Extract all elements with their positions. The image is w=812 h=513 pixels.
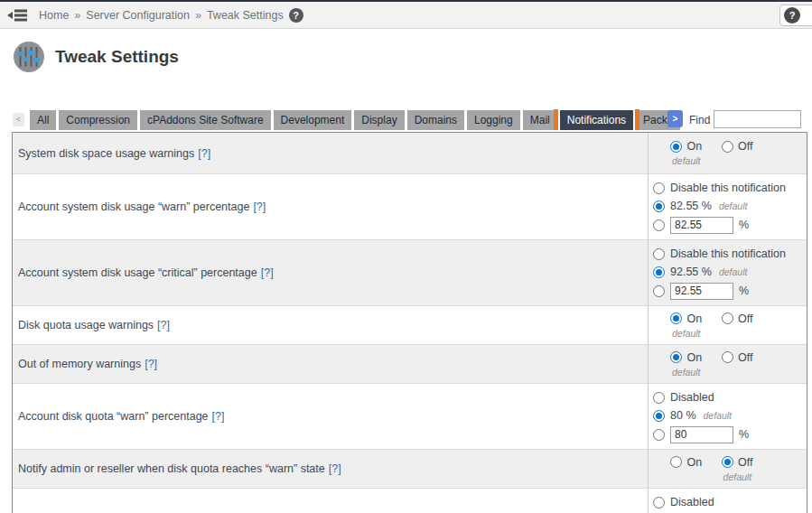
radio-disable-option[interactable] bbox=[653, 497, 665, 508]
tab-logging[interactable]: Logging bbox=[467, 110, 520, 130]
setting-help-link[interactable]: [?] bbox=[212, 410, 225, 423]
setting-help-link[interactable]: [?] bbox=[198, 147, 210, 160]
setting-label: Account system disk usage “critical” per… bbox=[18, 266, 257, 279]
tab-label: cPAddons Site Software bbox=[147, 114, 264, 126]
disable-option-label: Disabled bbox=[670, 391, 714, 404]
menu-collapse-button[interactable] bbox=[7, 7, 31, 23]
percent-unit-label: % bbox=[739, 284, 749, 297]
radio-default-option[interactable] bbox=[653, 201, 665, 212]
radio-off[interactable] bbox=[722, 141, 733, 153]
option-off: Off bbox=[722, 312, 752, 339]
radio-option-label: On bbox=[686, 351, 702, 364]
setting-label-cell: Account system disk usage “warn” percent… bbox=[13, 174, 649, 239]
setting-help-link[interactable]: [?] bbox=[157, 319, 170, 331]
radio-on[interactable] bbox=[670, 312, 682, 324]
setting-label: Disk quota usage warnings bbox=[18, 319, 154, 331]
setting-help-link[interactable]: [?] bbox=[261, 266, 274, 279]
custom-value-input[interactable] bbox=[670, 283, 733, 300]
tab-mail[interactable]: Mail bbox=[523, 110, 557, 130]
page-header: Tweak Settings bbox=[13, 41, 812, 73]
radio-disable-option[interactable] bbox=[653, 248, 665, 260]
radio-off[interactable] bbox=[722, 312, 733, 324]
tweak-settings-sliders-icon bbox=[13, 41, 45, 73]
setting-control-cell: Disabled80 %default% bbox=[649, 384, 807, 449]
option-off: Off bbox=[722, 351, 752, 378]
tab-domains[interactable]: Domains bbox=[407, 110, 464, 130]
tab-label: All bbox=[37, 114, 49, 126]
radio-disable-option[interactable] bbox=[653, 392, 665, 404]
radio-option-line: Off bbox=[722, 312, 752, 325]
breadcrumb-bar: Home » Server Configuration » Tweak Sett… bbox=[0, 2, 812, 29]
setting-help-link[interactable]: [?] bbox=[253, 201, 266, 213]
setting-label-cell: Notify admin or reseller when disk quota… bbox=[13, 450, 649, 488]
tab-label: Domains bbox=[415, 114, 457, 126]
custom-value-input[interactable] bbox=[670, 426, 733, 443]
radio-option-label: Off bbox=[738, 140, 752, 153]
default-value-label: 92.55 % bbox=[670, 266, 712, 278]
radio-option-line: On bbox=[670, 456, 702, 469]
default-option-line: 92.55 %default bbox=[653, 265, 803, 280]
default-option-line: 82.55 %default bbox=[653, 199, 803, 214]
tab-label: Display bbox=[361, 114, 397, 126]
find-input[interactable] bbox=[714, 110, 801, 128]
disable-option-label: Disable this notification bbox=[670, 247, 786, 260]
radio-option-label: Off bbox=[738, 456, 752, 469]
radio-off[interactable] bbox=[722, 351, 733, 363]
on-off-radio-group: OndefaultOff bbox=[653, 140, 803, 166]
on-off-radio-group: OndefaultOff bbox=[653, 312, 803, 339]
tab-scroll-right-button[interactable]: > bbox=[667, 110, 683, 127]
setting-control-cell: OnOffdefault bbox=[649, 450, 807, 488]
custom-value-input[interactable] bbox=[670, 217, 733, 234]
tab-notifications[interactable]: Notifications bbox=[560, 110, 633, 130]
radio-custom-option[interactable] bbox=[653, 285, 665, 297]
radio-default-option[interactable] bbox=[653, 410, 665, 422]
radio-option-line: On bbox=[670, 312, 702, 325]
radio-custom-option[interactable] bbox=[653, 219, 665, 231]
radio-option-line: Off bbox=[722, 140, 752, 153]
on-off-radio-group: OnOffdefault bbox=[653, 456, 803, 482]
setting-label-cell: Account disk quota “warn” percentage[?] bbox=[13, 384, 649, 449]
radio-on[interactable] bbox=[670, 456, 682, 468]
radio-on[interactable] bbox=[670, 351, 682, 363]
table-row: Account system disk usage “warn” percent… bbox=[13, 173, 807, 239]
tab-label: Development bbox=[281, 114, 345, 126]
table-row: System disk space usage warnings[?]Ondef… bbox=[13, 133, 807, 173]
tab-bar: < AllCompressioncPAddons Site SoftwareDe… bbox=[13, 109, 812, 130]
settings-table: System disk space usage warnings[?]Ondef… bbox=[12, 132, 807, 513]
tab-compression[interactable]: Compression bbox=[59, 110, 137, 130]
breadcrumb-separator: » bbox=[74, 9, 80, 22]
setting-help-link[interactable]: [?] bbox=[329, 462, 341, 475]
radio-option-label: On bbox=[686, 140, 702, 153]
radio-disable-option[interactable] bbox=[653, 182, 665, 194]
option-on: Ondefault bbox=[670, 140, 702, 166]
tab-label: Notifications bbox=[567, 114, 626, 126]
setting-label: System disk space usage warnings bbox=[18, 147, 194, 160]
tab-cpaddons-site-software[interactable]: cPAddons Site Software bbox=[140, 110, 271, 130]
setting-label-cell: Account system disk usage “critical” per… bbox=[13, 240, 649, 305]
radio-off[interactable] bbox=[722, 456, 733, 468]
setting-control-cell: OndefaultOff bbox=[649, 133, 807, 173]
setting-help-link[interactable]: [?] bbox=[145, 358, 157, 370]
default-badge: default bbox=[723, 471, 752, 482]
disable-option-line: Disable this notification bbox=[653, 247, 803, 262]
tab-scroll-left-button[interactable]: < bbox=[13, 113, 24, 126]
setting-control-cell: Disabled90 %default% bbox=[649, 489, 807, 513]
radio-on[interactable] bbox=[670, 141, 682, 153]
radio-custom-option[interactable] bbox=[653, 429, 665, 441]
topbar-corner-button[interactable]: ? bbox=[779, 5, 812, 26]
disable-option-label: Disabled bbox=[670, 496, 714, 508]
default-badge: default bbox=[719, 201, 748, 211]
setting-label: Notify admin or reseller when disk quota… bbox=[18, 462, 325, 475]
breadcrumb-home[interactable]: Home bbox=[39, 9, 69, 22]
percent-unit-label: % bbox=[739, 219, 749, 231]
radio-default-option[interactable] bbox=[653, 266, 665, 278]
tab-label: Mail bbox=[530, 114, 550, 126]
page-title: Tweak Settings bbox=[55, 47, 179, 67]
tab-all[interactable]: All bbox=[30, 110, 56, 130]
tab-development[interactable]: Development bbox=[274, 110, 352, 130]
option-on: Ondefault bbox=[670, 312, 702, 339]
tab-label: Compression bbox=[66, 114, 130, 126]
breadcrumb-help-icon[interactable]: ? bbox=[289, 8, 303, 23]
tab-display[interactable]: Display bbox=[354, 110, 404, 130]
breadcrumb-server-configuration[interactable]: Server Configuration bbox=[86, 9, 190, 22]
